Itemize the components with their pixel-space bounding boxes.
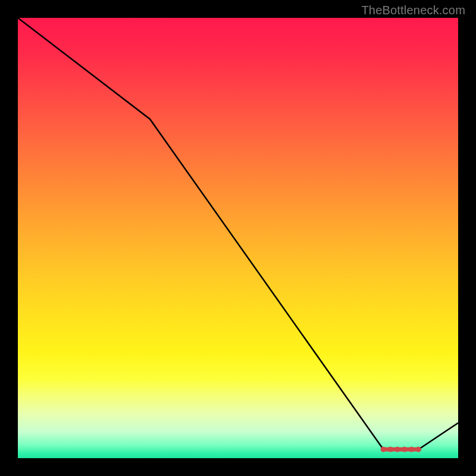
- svg-point-6: [416, 447, 421, 452]
- svg-point-4: [402, 447, 407, 452]
- svg-point-2: [388, 447, 393, 452]
- chart-line: [18, 18, 458, 449]
- plot-area: [18, 18, 458, 458]
- svg-point-1: [381, 447, 386, 452]
- chart-frame: TheBottleneck.com: [0, 0, 476, 476]
- chart-svg: [18, 18, 458, 458]
- svg-point-5: [409, 447, 414, 452]
- svg-point-3: [394, 447, 400, 452]
- watermark: TheBottleneck.com: [361, 4, 465, 17]
- bottom-markers: [381, 447, 421, 452]
